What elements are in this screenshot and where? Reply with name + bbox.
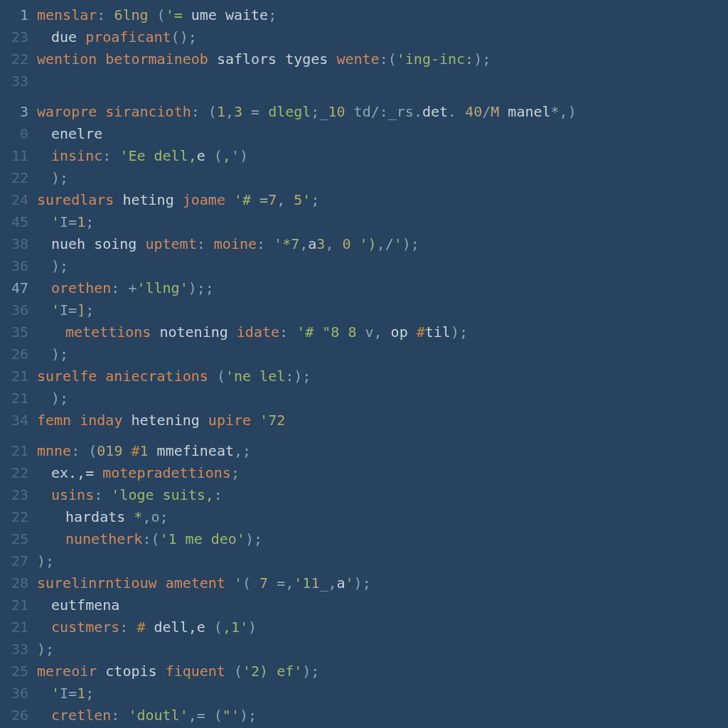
code-line[interactable]: 45'I=1; <box>0 211 728 233</box>
code-content[interactable]: ); <box>37 638 728 660</box>
code-content[interactable]: ); <box>37 255 728 277</box>
code-line[interactable]: 38nueh soing uptemt: moine: '*7,a3, 0 ')… <box>0 233 728 255</box>
code-content[interactable]: ); <box>37 550 728 572</box>
code-content[interactable]: 'I=1; <box>37 682 728 705</box>
token: : <box>102 147 119 164</box>
code-content[interactable]: 'I=]; <box>37 299 728 321</box>
code-content[interactable]: ); <box>37 343 728 365</box>
code-line[interactable]: 23due proaficant(); <box>0 26 728 48</box>
line-number: 23 <box>0 26 37 48</box>
token: M <box>491 103 499 120</box>
code-line[interactable]: 21); <box>0 387 728 410</box>
token: , <box>277 191 294 208</box>
token: 3 <box>316 235 325 252</box>
token: 3 <box>234 103 242 120</box>
code-line[interactable]: 24suredlars heting joame '# =7, 5'; <box>0 189 728 211</box>
code-line[interactable]: 36'I=1; <box>0 682 728 705</box>
code-line[interactable]: 33 <box>0 70 728 92</box>
code-content[interactable]: usins: 'loge suits,: <box>37 484 728 506</box>
code-line[interactable]: 35metettions notening idate: '# "8 8 v, … <box>0 321 728 343</box>
token: eutfmena <box>51 596 119 614</box>
code-content[interactable]: nunetherk:('1 me deo'); <box>37 528 728 550</box>
line-number: 21 <box>0 365 37 387</box>
code-content[interactable]: ex.,= motepradettions; <box>37 462 728 484</box>
code-line[interactable]: 11insinc: 'Ee dell,e (,') <box>0 145 728 167</box>
code-content[interactable]: hardats *,o; <box>37 506 728 528</box>
code-line[interactable]: 0enelre <box>0 123 728 145</box>
line-number: 38 <box>0 233 37 255</box>
code-content[interactable]: eutfmena <box>37 594 728 616</box>
code-line[interactable]: 36); <box>0 255 728 277</box>
token: e <box>197 619 214 636</box>
code-content[interactable]: suredlars heting joame '# =7, 5'; <box>37 189 728 211</box>
code-content[interactable]: surelinrntiouw ametent '( 7 =,'11_,a'); <box>37 572 728 594</box>
code-line[interactable]: 26); <box>0 343 728 365</box>
token: ') <box>360 235 377 252</box>
code-content[interactable]: mereoir ctopis fiquent ('2) ef'); <box>37 660 728 682</box>
line-number: 22 <box>0 167 37 189</box>
token: 7 <box>268 191 277 208</box>
code-content[interactable]: metettions notening idate: '# "8 8 v, op… <box>37 321 728 343</box>
code-line[interactable]: 21surelfe aniecrations ('ne lel:); <box>0 365 728 387</box>
token: ); <box>302 663 319 680</box>
token: ; <box>311 191 319 208</box>
code-line[interactable]: 21eutfmena <box>0 594 728 616</box>
code-line[interactable]: 27); <box>0 550 728 572</box>
code-line[interactable]: 21mnne: (019 #1 mmefineat,; <box>0 440 728 462</box>
code-content[interactable]: waropre sirancioth: (1,3 = dlegl;_10 td/… <box>37 101 728 123</box>
code-content[interactable]: 'I=1; <box>37 211 728 233</box>
code-content[interactable] <box>37 70 728 92</box>
code-content[interactable]: femn inday hetening upire '72 <box>37 410 728 432</box>
code-line[interactable]: 25mereoir ctopis fiquent ('2) ef'); <box>0 660 728 682</box>
code-line[interactable]: 34femn inday hetening upire '72 <box>0 410 728 432</box>
code-line[interactable]: 22hardats *,o; <box>0 506 728 528</box>
code-line[interactable]: 21custmers: # dell,e (,1') <box>0 616 728 638</box>
code-content[interactable]: menslar: 6lng ('= ume waite; <box>37 4 728 26</box>
code-content[interactable]: orethen: +'llng');; <box>37 277 728 299</box>
token: ,= ( <box>188 707 223 724</box>
token: 5 <box>294 191 302 208</box>
token: mnne <box>37 442 71 459</box>
code-content[interactable]: surelfe aniecrations ('ne lel:); <box>37 365 728 387</box>
code-content[interactable]: cretlen: 'doutl',= ("'); <box>37 705 728 727</box>
token: ; <box>85 685 94 702</box>
code-editor[interactable]: 1menslar: 6lng ('= ume waite;23due proaf… <box>0 0 728 727</box>
code-content[interactable]: enelre <box>37 123 728 145</box>
token: '# = <box>234 191 268 208</box>
code-line[interactable]: 22wention betormaineob saflors tyges wen… <box>0 48 728 70</box>
token: : ( <box>191 103 217 120</box>
code-line[interactable]: 47orethen: +'llng');; <box>0 277 728 299</box>
line-number: 11 <box>0 145 37 167</box>
code-line[interactable]: 25nunetherk:('1 me deo'); <box>0 528 728 550</box>
token: ,; <box>234 442 251 459</box>
code-content[interactable]: custmers: # dell,e (,1') <box>37 616 728 638</box>
code-line[interactable]: 36'I=]; <box>0 299 728 321</box>
code-content[interactable]: ); <box>37 387 728 410</box>
token: betormaineob <box>105 50 217 68</box>
code-line[interactable]: 1menslar: 6lng ('= ume waite; <box>0 4 728 26</box>
code-content[interactable]: insinc: 'Ee dell,e (,') <box>37 145 728 167</box>
code-content[interactable]: nueh soing uptemt: moine: '*7,a3, 0 '),/… <box>37 233 728 255</box>
code-line[interactable]: 26cretlen: 'doutl',= ("'); <box>0 705 728 727</box>
code-line[interactable]: 33); <box>0 638 728 660</box>
code-line[interactable]: 3waropre sirancioth: (1,3 = dlegl;_10 td… <box>0 101 728 123</box>
code-content[interactable]: mnne: (019 #1 mmefineat,; <box>37 440 728 462</box>
token: til <box>425 323 451 341</box>
code-content[interactable]: wention betormaineob saflors tyges wente… <box>37 48 728 70</box>
line-number: 36 <box>0 682 37 705</box>
token: 1 <box>77 685 85 702</box>
token: ctopis <box>105 663 165 680</box>
token: I= <box>60 685 77 702</box>
token: : <box>197 235 214 252</box>
token: 0 <box>342 235 359 252</box>
line-number: 35 <box>0 321 37 343</box>
code-content[interactable]: ); <box>37 167 728 189</box>
line-number: 21 <box>0 440 37 462</box>
code-content[interactable]: due proaficant(); <box>37 26 728 48</box>
code-line[interactable]: 23usins: 'loge suits,: <box>0 484 728 506</box>
code-line[interactable]: 22); <box>0 167 728 189</box>
token: saflors tyges <box>217 50 337 68</box>
token: v, <box>365 323 390 341</box>
code-line[interactable]: 22ex.,= motepradettions; <box>0 462 728 484</box>
code-line[interactable]: 28surelinrntiouw ametent '( 7 =,'11_,a')… <box>0 572 728 594</box>
